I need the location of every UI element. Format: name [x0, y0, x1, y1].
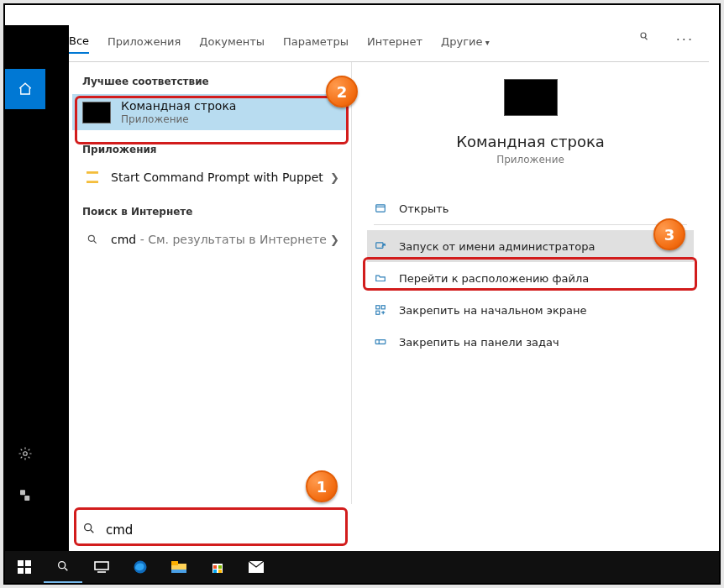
search-panel: Лучшее соответствие Командная строка При… [69, 62, 709, 551]
pin-task-icon [374, 335, 387, 349]
rail-pin-button[interactable] [5, 479, 45, 512]
svg-rect-22 [171, 561, 178, 565]
svg-rect-5 [87, 181, 98, 183]
taskbar-mail[interactable] [237, 551, 275, 583]
pin-start-icon [374, 303, 387, 317]
result-puppet[interactable]: Start Command Prompt with Puppet ❯ [72, 162, 348, 192]
svg-rect-26 [218, 565, 222, 569]
result-title: Командная строка [121, 99, 236, 113]
web-header: Поиск в Интернете [82, 206, 338, 218]
preview-actions: Открыть Запуск от имени администратора П… [352, 192, 709, 358]
best-match-header: Лучшее соответствие [82, 76, 338, 87]
chevron-right-icon: ❯ [330, 234, 339, 246]
svg-rect-9 [376, 306, 380, 309]
svg-rect-2 [20, 490, 25, 495]
svg-rect-14 [18, 560, 24, 566]
preview-cmd-icon [504, 79, 558, 116]
chevron-right-icon: ❯ [330, 171, 339, 184]
tab-apps[interactable]: Приложения [108, 35, 181, 53]
taskbar-explorer[interactable] [160, 551, 198, 583]
preview-title: Командная строка [456, 133, 605, 150]
result-cmd[interactable]: Командная строка Приложение [72, 94, 348, 130]
action-pin-task[interactable]: Закрепить на панели задач [367, 326, 694, 358]
search-icon [82, 522, 101, 538]
svg-rect-12 [375, 340, 386, 344]
action-divider [374, 224, 687, 225]
action-pin-start[interactable]: Закрепить на начальном экране [367, 294, 694, 326]
action-locate[interactable]: Перейти к расположению файла [367, 262, 694, 294]
annotation-badge-1: 1 [306, 470, 338, 502]
cmd-thumb-icon [82, 102, 111, 123]
svg-rect-3 [24, 496, 29, 501]
taskbar-edge[interactable] [121, 551, 160, 583]
action-open-label: Открыть [399, 202, 449, 215]
action-run-admin[interactable]: Запуск от имени администратора [367, 230, 694, 262]
left-rail [5, 62, 69, 551]
svg-rect-23 [171, 570, 186, 573]
taskbar [5, 551, 719, 583]
taskbar-store[interactable] [198, 551, 237, 583]
svg-rect-16 [18, 568, 24, 574]
rail-settings-button[interactable] [5, 437, 45, 470]
apps-header: Приложения [82, 144, 338, 155]
svg-rect-10 [381, 306, 385, 309]
result-web-cmd[interactable]: cmd - См. результаты в Интернете ❯ [72, 224, 348, 255]
result-web-label: cmd - См. результаты в Интернете [111, 233, 327, 246]
taskbar-search[interactable] [44, 551, 82, 583]
svg-point-0 [641, 33, 646, 38]
svg-rect-7 [376, 205, 386, 212]
annotation-badge-3: 3 [653, 218, 685, 250]
taskbar-start[interactable] [5, 551, 44, 583]
search-tabs: Все Приложения Документы Параметры Интер… [69, 25, 490, 62]
svg-rect-25 [213, 565, 217, 569]
results-column: Лучшее соответствие Командная строка При… [69, 62, 351, 504]
svg-point-13 [85, 524, 92, 531]
svg-rect-28 [218, 570, 222, 573]
more-icon[interactable]: ··· [676, 32, 694, 48]
tab-params[interactable]: Параметры [283, 35, 349, 53]
tab-other[interactable]: Другие [441, 35, 490, 53]
hamburger-button[interactable] [5, 25, 69, 62]
shield-icon [374, 239, 387, 253]
tab-all[interactable]: Все [69, 34, 89, 54]
tab-web[interactable]: Интернет [367, 35, 422, 53]
action-pin-start-label: Закрепить на начальном экране [399, 304, 587, 317]
tab-docs[interactable]: Документы [199, 35, 265, 53]
puppet-icon [82, 171, 102, 183]
preview-column: Командная строка Приложение Открыть Запу… [351, 62, 709, 504]
feedback-icon[interactable] [636, 30, 651, 49]
result-puppet-label: Start Command Prompt with Puppet [111, 171, 323, 184]
svg-rect-8 [376, 243, 383, 248]
rail-home-button[interactable] [5, 69, 45, 109]
preview-sub: Приложение [496, 154, 564, 165]
svg-rect-4 [87, 171, 98, 174]
action-open[interactable]: Открыть [367, 192, 694, 224]
svg-rect-27 [213, 570, 217, 573]
open-icon [374, 202, 387, 215]
svg-rect-11 [376, 311, 380, 314]
annotation-badge-2: 2 [326, 76, 358, 108]
taskbar-taskview[interactable] [82, 551, 121, 583]
action-run-admin-label: Запуск от имени администратора [399, 240, 595, 253]
folder-icon [374, 271, 387, 285]
svg-point-6 [88, 235, 94, 241]
action-pin-task-label: Закрепить на панели задач [399, 336, 559, 349]
search-icon [82, 234, 102, 245]
svg-point-1 [24, 452, 28, 456]
result-sub: Приложение [121, 113, 236, 125]
svg-rect-17 [25, 568, 31, 574]
svg-point-18 [59, 562, 66, 569]
search-box[interactable] [74, 512, 704, 548]
svg-rect-15 [25, 560, 31, 566]
action-locate-label: Перейти к расположению файла [399, 272, 589, 285]
search-input[interactable] [101, 522, 695, 538]
svg-rect-19 [95, 562, 108, 570]
